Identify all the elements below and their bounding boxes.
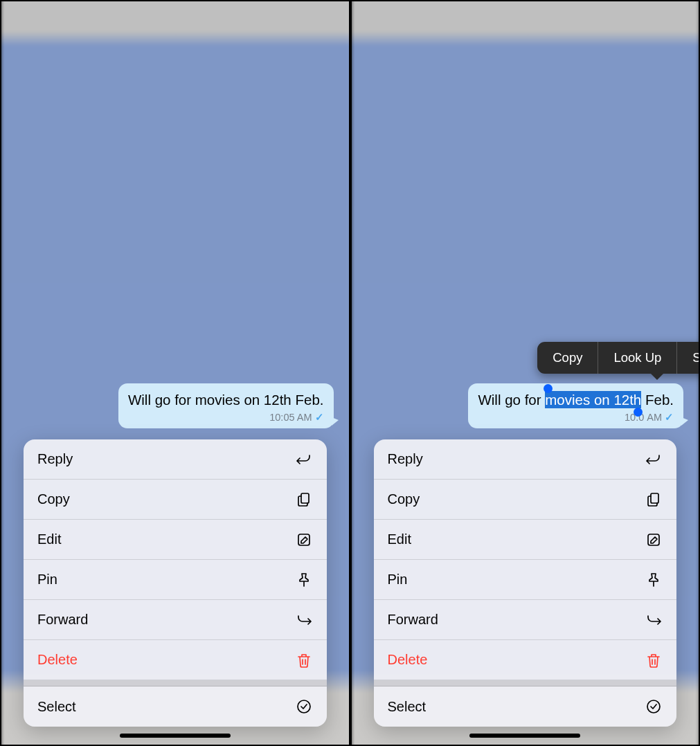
menu-reply[interactable]: Reply xyxy=(374,439,677,480)
callout-lookup[interactable]: Look Up xyxy=(598,342,677,374)
menu-reply-label: Reply xyxy=(37,451,73,467)
menu-reply-label: Reply xyxy=(388,451,423,467)
message-text-prefix: Will go for xyxy=(478,392,545,408)
menu-select[interactable]: Select xyxy=(24,686,327,727)
menu-copy-label: Copy xyxy=(388,491,420,507)
copy-icon xyxy=(645,491,663,509)
message-text: Will go for movies on 12th Feb. xyxy=(128,392,324,408)
screenshot-right: Copy Look Up Share Will go for movies on… xyxy=(350,0,701,746)
forward-icon xyxy=(295,611,313,629)
menu-forward[interactable]: Forward xyxy=(374,600,677,640)
reply-icon xyxy=(295,451,313,468)
menu-divider xyxy=(374,680,677,686)
forward-icon xyxy=(645,611,663,629)
pin-icon xyxy=(295,571,313,589)
menu-edit-label: Edit xyxy=(37,531,61,547)
message-bubble[interactable]: Will go for movies on 12th Feb. 10:0 AM … xyxy=(468,383,683,428)
menu-pin-label: Pin xyxy=(37,572,57,588)
copy-icon xyxy=(295,491,313,509)
menu-reply[interactable]: Reply xyxy=(24,439,327,480)
message-bubble[interactable]: Will go for movies on 12th Feb. 10:05 AM… xyxy=(118,383,334,428)
home-indicator[interactable] xyxy=(120,734,231,738)
sent-check-icon: ✓ xyxy=(315,411,324,425)
menu-pin[interactable]: Pin xyxy=(24,560,327,600)
reply-icon xyxy=(645,451,663,468)
menu-divider xyxy=(24,680,327,686)
select-icon xyxy=(295,698,313,716)
menu-forward-label: Forward xyxy=(37,612,88,628)
menu-edit[interactable]: Edit xyxy=(24,520,327,560)
callout-share[interactable]: Share xyxy=(677,342,700,374)
home-indicator[interactable] xyxy=(469,734,580,738)
trash-icon xyxy=(645,651,663,669)
menu-delete[interactable]: Delete xyxy=(24,640,327,680)
message-text-selection: movies on 12th xyxy=(545,392,641,408)
message-text-suffix: Feb. xyxy=(641,392,674,408)
select-icon xyxy=(645,698,663,716)
menu-forward-label: Forward xyxy=(388,612,438,628)
context-menu: Reply Copy Edit Pin Forward Delete Selec… xyxy=(24,439,327,727)
pin-icon xyxy=(645,571,663,589)
edit-icon xyxy=(295,531,313,549)
menu-pin-label: Pin xyxy=(388,572,408,588)
sent-check-icon: ✓ xyxy=(665,411,674,425)
edit-icon xyxy=(645,531,663,549)
callout-arrow-icon xyxy=(650,373,664,380)
menu-edit[interactable]: Edit xyxy=(374,520,677,560)
menu-pin[interactable]: Pin xyxy=(374,560,677,600)
menu-edit-label: Edit xyxy=(388,531,411,547)
menu-copy[interactable]: Copy xyxy=(24,480,327,520)
menu-copy-label: Copy xyxy=(37,491,70,507)
menu-select[interactable]: Select xyxy=(374,686,677,727)
menu-select-label: Select xyxy=(37,699,76,715)
menu-forward[interactable]: Forward xyxy=(24,600,327,640)
text-selection[interactable]: movies on 12th xyxy=(545,391,641,408)
menu-select-label: Select xyxy=(388,699,427,715)
menu-delete-label: Delete xyxy=(37,652,78,668)
screenshot-left: Will go for movies on 12th Feb. 10:05 AM… xyxy=(0,0,350,746)
menu-copy[interactable]: Copy xyxy=(374,480,677,520)
message-time: 10:05 AM xyxy=(269,411,312,425)
callout-copy[interactable]: Copy xyxy=(537,342,598,374)
selection-callout: Copy Look Up Share xyxy=(537,342,700,374)
message-time-suffix: AM xyxy=(647,411,662,425)
menu-delete-label: Delete xyxy=(388,652,428,668)
context-menu: Reply Copy Edit Pin Forward Delete Selec… xyxy=(374,439,677,727)
trash-icon xyxy=(295,651,313,669)
menu-delete[interactable]: Delete xyxy=(374,640,677,680)
